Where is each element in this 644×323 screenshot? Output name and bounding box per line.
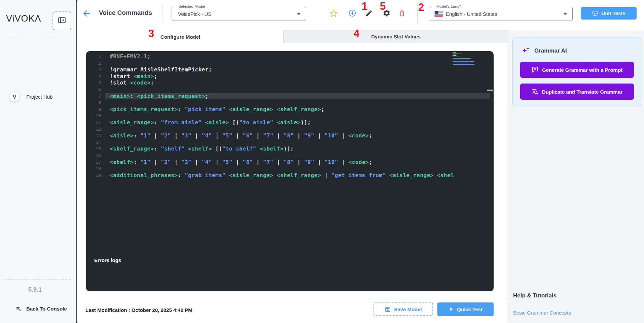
sidebar-collapse-button[interactable] <box>52 11 71 30</box>
ai-sparkles-icon <box>522 45 531 56</box>
models-lang-select[interactable]: Model's Lang* English - United States <box>430 7 573 21</box>
models-lang-label: Model's Lang* <box>435 4 463 8</box>
code-line: <shelf_range>: "shelf" <shelf> [("to she… <box>105 146 490 152</box>
grammar-ai-title: Grammar AI <box>534 47 567 54</box>
translate-icon <box>532 88 538 95</box>
save-floppy-icon <box>385 306 391 313</box>
unit-tests-label: Unit Tests <box>601 10 625 16</box>
minimap-line <box>453 60 469 60</box>
code-line: !grammar AisleShelfItemPicker; <box>105 66 490 73</box>
project-hub-badge-icon: V <box>9 92 20 102</box>
minimap-line <box>453 57 461 57</box>
app-window: ViVOKΛ V Project Hub Background Tasks 5.… <box>0 0 644 323</box>
save-model-label: Save Model <box>394 306 422 312</box>
left-sidebar: ViVOKΛ V Project Hub Background Tasks 5.… <box>0 0 77 323</box>
code-line <box>105 60 490 67</box>
help-tutorials-title: Help & Tutorials <box>513 292 557 299</box>
editor-minimap[interactable] <box>453 52 488 69</box>
code-line <box>105 86 490 93</box>
code-line: <aisle_range>: "from aisle" <aisle> [("t… <box>105 119 490 126</box>
errors-logs-label: Errors logs <box>94 257 121 263</box>
code-line <box>105 152 490 159</box>
code-line <box>105 99 490 106</box>
code-line: !slot <code>; <box>105 79 490 86</box>
selected-model-label: Selected Model <box>177 4 207 8</box>
code-line: <pick_items_request>: "pick items" <aisl… <box>105 106 490 113</box>
code-line: <aisle>: "1" | "2" | "3" | "4" | "5" | "… <box>105 132 490 139</box>
play-icon <box>449 306 454 312</box>
minimap-line <box>453 63 468 63</box>
message-square-icon <box>532 66 538 73</box>
sidebar-divider-top <box>5 37 71 37</box>
minimap-line <box>453 64 474 65</box>
grammar-ai-panel: Grammar AI Generate Grammar with a Promp… <box>512 37 641 107</box>
minimap-line <box>453 55 456 56</box>
generate-grammar-button[interactable]: Generate Grammar with a Prompt <box>520 62 634 78</box>
chevron-down-icon <box>564 13 567 15</box>
lightning-circle-icon <box>592 10 598 17</box>
code-line <box>105 165 490 172</box>
favorite-star-icon[interactable] <box>329 9 338 18</box>
annotation-number-3: 3 <box>148 28 154 39</box>
editor-line-numbers: 12345678910111213141516171819 <box>86 53 101 179</box>
annotation-number-2: 2 <box>418 2 424 12</box>
tab-configure-model[interactable]: Configure Model <box>77 30 283 43</box>
sidebar-item-project-hub[interactable]: V Project Hub <box>0 44 77 61</box>
tab-configure-model-label: Configure Model <box>160 34 200 40</box>
selected-model-select[interactable]: Selected Model VoicePick - US <box>172 7 306 21</box>
vivoka-logo: ViVOKΛ <box>6 13 41 24</box>
basic-grammar-concepts-link[interactable]: Basic Grammar Concepts <box>513 310 571 316</box>
version-label: 5.9.1 <box>28 286 42 293</box>
back-to-console-label: Back To Console <box>26 306 67 312</box>
sidebar-item-background-tasks[interactable]: Background Tasks <box>0 256 77 275</box>
right-sidebar: Grammar AI Generate Grammar with a Promp… <box>508 30 644 323</box>
quick-test-button[interactable]: Quick Test <box>437 302 494 316</box>
minimap-line <box>453 54 461 54</box>
code-line <box>105 126 490 133</box>
add-circle-icon[interactable] <box>348 9 357 18</box>
models-lang-value: English - United States <box>446 11 497 17</box>
annotation-number-4: 4 <box>354 28 359 39</box>
page-header: Voice Commands Selected Model VoicePick … <box>77 0 644 30</box>
selected-model-value: VoicePick - US <box>178 11 211 17</box>
generate-grammar-label: Generate Grammar with a Prompt <box>542 67 622 73</box>
quick-test-label: Quick Test <box>457 306 482 312</box>
project-hub-label: Project Hub <box>26 94 52 100</box>
duplicate-translate-button[interactable]: Duplicate and Translate Grammar <box>520 84 634 100</box>
editor-scrollbar-thumb[interactable] <box>487 90 493 91</box>
tab-dynamic-slot-values[interactable]: Dynamic Slot Values <box>283 30 508 43</box>
back-to-console-button[interactable]: Back To Console <box>0 302 77 316</box>
minimap-line <box>453 66 481 66</box>
back-button[interactable] <box>82 9 91 20</box>
minimap-line <box>453 61 474 62</box>
sidebar-divider-bottom <box>5 279 71 280</box>
main-content: Configure Model Dynamic Slot Values 1234… <box>77 30 508 323</box>
collapse-panel-icon <box>58 16 66 26</box>
save-model-button[interactable]: Save Model <box>373 302 433 316</box>
delete-trash-icon[interactable] <box>397 9 406 18</box>
editor-code-area[interactable]: #BNF+EMV2.1;!grammar AisleShelfItemPicke… <box>105 53 490 179</box>
tab-dynamic-slot-values-label: Dynamic Slot Values <box>371 34 421 39</box>
editor-footer-bar: Last Modification : October 20, 2025 4:4… <box>77 297 508 323</box>
us-flag-icon <box>435 11 443 17</box>
unit-tests-button[interactable]: Unit Tests <box>581 7 637 20</box>
minimap-line <box>453 58 471 59</box>
code-line: !start <main>; <box>105 73 490 80</box>
code-line: <additional_phrases>: "grab items" <aisl… <box>105 172 490 179</box>
code-editor[interactable]: 12345678910111213141516171819 #BNF+EMV2.… <box>86 51 494 291</box>
code-line <box>105 139 490 146</box>
header-divider <box>163 4 163 23</box>
code-line: <main>: <pick_items_request>; <box>105 93 490 100</box>
minimap-line <box>453 55 457 55</box>
code-line: <shelf>: "1" | "2" | "3" | "4" | "5" | "… <box>105 159 490 166</box>
code-line <box>105 112 490 119</box>
annotation-number-1: 1 <box>362 1 367 11</box>
arrow-up-left-icon <box>15 305 22 314</box>
chevron-down-icon <box>297 13 300 15</box>
minimap-line <box>453 52 456 53</box>
last-modification-label: Last Modification : October 20, 2025 4:4… <box>85 307 192 313</box>
duplicate-translate-label: Duplicate and Translate Grammar <box>542 89 622 95</box>
header-dashed-divider <box>417 3 418 24</box>
annotation-number-5: 5 <box>380 1 386 11</box>
page-title: Voice Commands <box>99 9 152 17</box>
